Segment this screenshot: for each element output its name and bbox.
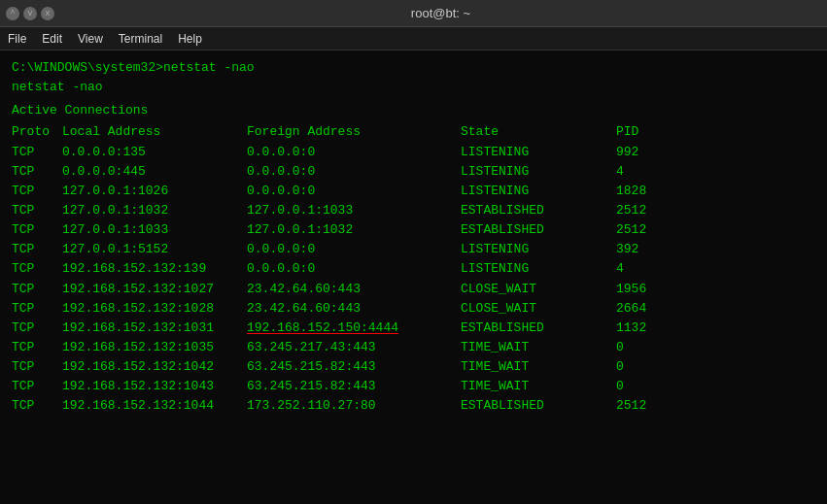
cell-proto: TCP	[12, 240, 62, 259]
cell-local: 127.0.0.1:1032	[62, 201, 247, 220]
cell-foreign: 23.42.64.60:443	[247, 299, 461, 319]
cell-local: 0.0.0.0:135	[62, 143, 247, 162]
cell-local: 192.168.152.132:1042	[62, 357, 247, 377]
cell-proto: TCP	[12, 162, 62, 182]
table-row: TCP192.168.152.132:102723.42.64.60:443CL…	[12, 280, 815, 299]
cell-local: 192.168.152.132:139	[62, 259, 247, 279]
cell-pid: 4	[616, 259, 674, 279]
col-header-local: Local Address	[62, 122, 247, 142]
table-row: TCP127.0.0.1:1032127.0.0.1:1033ESTABLISH…	[12, 201, 815, 220]
cell-state: LISTENING	[461, 143, 616, 162]
cell-foreign: 0.0.0.0:0	[247, 259, 461, 279]
terminal-body: C:\WINDOWS\system32>netstat -nao netstat…	[0, 50, 827, 504]
cell-pid: 2512	[616, 396, 674, 416]
menu-help[interactable]: Help	[178, 32, 202, 46]
menu-file[interactable]: File	[8, 32, 26, 46]
cell-state: LISTENING	[461, 240, 616, 259]
cell-pid: 992	[616, 143, 674, 162]
cell-state: CLOSE_WAIT	[461, 280, 616, 299]
cell-pid: 1132	[616, 319, 674, 338]
col-header-proto: Proto	[12, 122, 62, 142]
cell-foreign: 0.0.0.0:0	[247, 182, 461, 201]
cell-pid: 2664	[616, 299, 674, 319]
cell-local: 127.0.0.1:1026	[62, 182, 247, 201]
close-button[interactable]: x	[41, 7, 54, 20]
cell-state: ESTABLISHED	[461, 220, 616, 240]
window-title: root@bt: ~	[60, 6, 821, 20]
cell-proto: TCP	[12, 280, 62, 299]
prompt-line: C:\WINDOWS\system32>netstat -nao	[12, 58, 815, 78]
cell-proto: TCP	[12, 143, 62, 162]
table-header: Proto Local Address Foreign Address Stat…	[12, 122, 815, 142]
cell-pid: 0	[616, 338, 674, 357]
menu-edit[interactable]: Edit	[42, 32, 62, 46]
table-row: TCP192.168.152.132:103563.245.217.43:443…	[12, 338, 815, 357]
cell-foreign: 192.168.152.150:4444	[247, 319, 461, 338]
cell-state: ESTABLISHED	[461, 319, 616, 338]
menu-bar: File Edit View Terminal Help	[0, 27, 827, 50]
table-row: TCP192.168.152.132:1390.0.0.0:0LISTENING…	[12, 259, 815, 279]
cell-pid: 4	[616, 162, 674, 182]
cell-pid: 2512	[616, 201, 674, 220]
cell-foreign: 127.0.0.1:1032	[247, 220, 461, 240]
cell-local: 192.168.152.132:1035	[62, 338, 247, 357]
table-row: TCP127.0.0.1:1033127.0.0.1:1032ESTABLISH…	[12, 220, 815, 240]
cell-pid: 0	[616, 357, 674, 377]
cell-state: LISTENING	[461, 162, 616, 182]
cell-state: LISTENING	[461, 259, 616, 279]
cell-foreign: 63.245.215.82:443	[247, 357, 461, 377]
cell-proto: TCP	[12, 357, 62, 377]
cell-state: ESTABLISHED	[461, 201, 616, 220]
cell-proto: TCP	[12, 377, 62, 396]
table-row: TCP0.0.0.0:4450.0.0.0:0LISTENING4	[12, 162, 815, 182]
window-controls[interactable]: ^ v x	[6, 7, 54, 20]
cell-foreign: 173.252.110.27:80	[247, 396, 461, 416]
cell-state: TIME_WAIT	[461, 357, 616, 377]
table-row: TCP192.168.152.132:1031192.168.152.150:4…	[12, 319, 815, 338]
col-header-state: State	[461, 122, 616, 142]
cell-local: 192.168.152.132:1031	[62, 319, 247, 338]
table-row: TCP192.168.152.132:102823.42.64.60:443CL…	[12, 299, 815, 319]
cell-proto: TCP	[12, 220, 62, 240]
cell-foreign: 0.0.0.0:0	[247, 240, 461, 259]
cell-local: 192.168.152.132:1043	[62, 377, 247, 396]
cell-pid: 0	[616, 377, 674, 396]
menu-view[interactable]: View	[78, 32, 103, 46]
table-row: TCP127.0.0.1:10260.0.0.0:0LISTENING1828	[12, 182, 815, 201]
cell-pid: 2512	[616, 220, 674, 240]
table-row: TCP192.168.152.132:104363.245.215.82:443…	[12, 377, 815, 396]
cell-foreign: 127.0.0.1:1033	[247, 201, 461, 220]
connections-table: Proto Local Address Foreign Address Stat…	[12, 122, 815, 416]
cell-proto: TCP	[12, 201, 62, 220]
cell-local: 0.0.0.0:445	[62, 162, 247, 182]
cell-state: LISTENING	[461, 182, 616, 201]
maximize-button[interactable]: v	[23, 7, 37, 20]
minimize-button[interactable]: ^	[6, 7, 19, 20]
cell-local: 192.168.152.132:1028	[62, 299, 247, 319]
cell-state: CLOSE_WAIT	[461, 299, 616, 319]
col-header-foreign: Foreign Address	[247, 122, 461, 142]
table-row: TCP0.0.0.0:1350.0.0.0:0LISTENING992	[12, 143, 815, 162]
cell-proto: TCP	[12, 299, 62, 319]
table-row: TCP192.168.152.132:1044173.252.110.27:80…	[12, 396, 815, 416]
cell-state: TIME_WAIT	[461, 377, 616, 396]
cell-state: ESTABLISHED	[461, 396, 616, 416]
table-row: TCP127.0.0.1:51520.0.0.0:0LISTENING392	[12, 240, 815, 259]
cell-pid: 1956	[616, 280, 674, 299]
cell-local: 192.168.152.132:1027	[62, 280, 247, 299]
active-connections-label: Active Connections	[12, 101, 815, 120]
cell-foreign: 63.245.217.43:443	[247, 338, 461, 357]
command-line: netstat -nao	[12, 78, 815, 97]
cell-local: 127.0.0.1:1033	[62, 220, 247, 240]
menu-terminal[interactable]: Terminal	[119, 32, 162, 46]
cell-proto: TCP	[12, 319, 62, 338]
col-header-pid: PID	[616, 122, 674, 142]
cell-pid: 392	[616, 240, 674, 259]
cell-foreign: 63.245.215.82:443	[247, 377, 461, 396]
cell-foreign: 0.0.0.0:0	[247, 162, 461, 182]
cell-state: TIME_WAIT	[461, 338, 616, 357]
title-bar: ^ v x root@bt: ~	[0, 0, 827, 27]
cell-foreign: 0.0.0.0:0	[247, 143, 461, 162]
cell-proto: TCP	[12, 259, 62, 279]
cell-proto: TCP	[12, 182, 62, 201]
